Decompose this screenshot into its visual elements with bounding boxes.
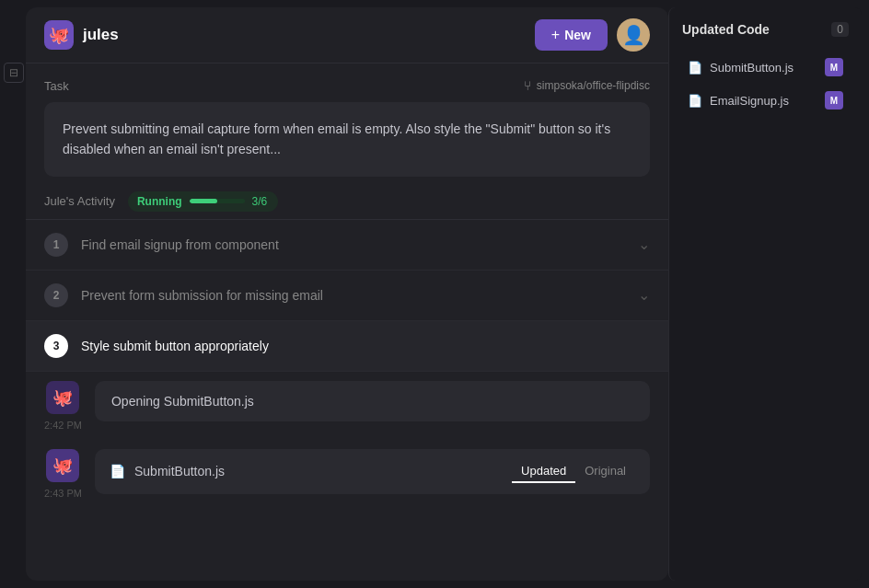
file-badge-0: M	[825, 58, 843, 76]
task-header: Task ⑂ simpsoka/office-flipdisc	[44, 78, 650, 93]
file-type-icon: 📄	[110, 464, 125, 478]
step-item-3[interactable]: 3 Style submit button appropriately	[26, 321, 668, 372]
log-box-1: Opening SubmitButton.js	[95, 381, 650, 421]
activity-label: Jule's Activity	[44, 194, 115, 208]
file-list-name-0: SubmitButton.js	[710, 61, 817, 75]
app-title: jules	[83, 26, 526, 44]
step-number-1: 1	[44, 233, 68, 257]
file-diff-name: SubmitButton.js	[134, 464, 503, 478]
new-button-label: New	[564, 28, 591, 42]
right-panel-count: 0	[831, 22, 849, 37]
repo-name: simpsoka/office-flipdisc	[537, 79, 650, 92]
file-list-icon-1: 📄	[688, 94, 702, 108]
right-panel-title: Updated Code	[682, 22, 824, 37]
sidebar-toggle-icon: ⊟	[9, 66, 18, 79]
main-content-area: 🐙 jules + New 👤 Task ⑂ simpsoka/office-f…	[26, 7, 668, 581]
avatar[interactable]: 👤	[617, 18, 650, 52]
diff-tab-original[interactable]: Original	[575, 460, 635, 483]
running-status: Running	[137, 195, 182, 208]
new-button[interactable]: + New	[535, 19, 608, 51]
chevron-down-icon-1: ⌄	[638, 236, 650, 253]
file-list-icon-0: 📄	[688, 61, 702, 75]
progress-count: 3/6	[252, 195, 268, 208]
task-label: Task	[44, 79, 69, 93]
file-diff-header: 📄 SubmitButton.js Updated Original	[95, 449, 650, 494]
chevron-down-icon-2: ⌄	[638, 286, 650, 304]
file-diff-avatar: 🐙	[46, 449, 79, 482]
step-number-3: 3	[44, 334, 68, 358]
running-badge: Running 3/6	[128, 191, 278, 212]
logo-icon: 🐙	[49, 25, 69, 45]
repo-icon: ⑂	[524, 78, 531, 93]
file-diff-entry: 🐙 2:43 PM 📄 SubmitButton.js Updated Orig…	[26, 440, 668, 508]
activity-section: Jule's Activity Running 3/6	[26, 177, 668, 220]
file-diff-box: 📄 SubmitButton.js Updated Original	[95, 449, 650, 494]
step-number-2: 2	[44, 283, 68, 307]
avatar-image: 👤	[622, 24, 645, 46]
file-list-item-0[interactable]: 📄 SubmitButton.js M	[682, 52, 849, 83]
task-section: Task ⑂ simpsoka/office-flipdisc Prevent …	[26, 63, 668, 177]
diff-tab-updated[interactable]: Updated	[512, 460, 575, 483]
file-diff-avatar-col: 🐙 2:43 PM	[44, 449, 82, 499]
right-panel: Updated Code 0 📄 SubmitButton.js M 📄 Ema…	[668, 7, 862, 581]
task-description-text: Prevent submitting email capture form wh…	[63, 121, 610, 156]
progress-bar-background	[190, 199, 245, 203]
file-badge-1: M	[825, 91, 843, 110]
step-text-1: Find email signup from component	[81, 237, 625, 252]
app-logo: 🐙	[44, 20, 74, 50]
file-list-name-1: EmailSignup.js	[710, 94, 817, 108]
progress-bar-fill	[190, 199, 217, 203]
log-time-1: 2:42 PM	[44, 420, 82, 431]
repo-badge: ⑂ simpsoka/office-flipdisc	[524, 78, 650, 93]
header: 🐙 jules + New 👤	[26, 7, 668, 63]
task-description-box: Prevent submitting email capture form wh…	[44, 102, 650, 177]
file-diff-time: 2:43 PM	[44, 488, 82, 499]
step-item-2[interactable]: 2 Prevent form submission for missing em…	[26, 271, 668, 321]
diff-tabs: Updated Original	[512, 460, 635, 483]
plus-icon: +	[551, 27, 560, 43]
right-panel-header: Updated Code 0	[682, 22, 849, 37]
outer-sidebar: ⊟	[0, 0, 26, 588]
steps-list: 1 Find email signup from component ⌄ 2 P…	[26, 220, 668, 581]
log-avatar-col-1: 🐙 2:42 PM	[44, 381, 82, 431]
log-entry-1: 🐙 2:42 PM Opening SubmitButton.js	[26, 372, 668, 440]
file-list-item-1[interactable]: 📄 EmailSignup.js M	[682, 85, 849, 116]
log-avatar-1: 🐙	[46, 381, 79, 414]
sidebar-toggle-button[interactable]: ⊟	[4, 63, 24, 83]
step-text-3: Style submit button appropriately	[81, 339, 650, 353]
step-item-1[interactable]: 1 Find email signup from component ⌄	[26, 220, 668, 271]
log-content-1: Opening SubmitButton.js	[95, 381, 650, 421]
log-message-1: Opening SubmitButton.js	[111, 394, 254, 409]
step-text-2: Prevent form submission for missing emai…	[81, 288, 625, 303]
